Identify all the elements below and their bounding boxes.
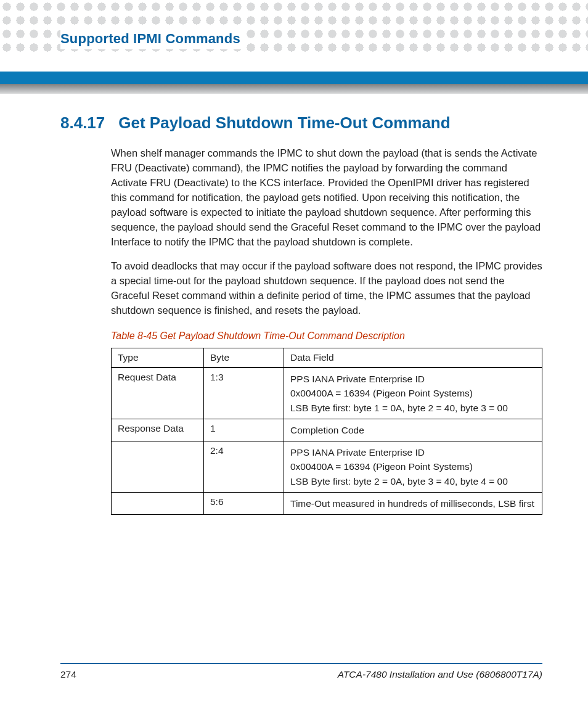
cell-byte: 1	[204, 419, 284, 441]
body-text: When shelf manager commands the IPMC to …	[111, 146, 542, 318]
page-content: 8.4.17 Get Payload Shutdown Time-Out Com…	[60, 113, 542, 515]
table-row: Request Data1:3PPS IANA Private Enterpri…	[112, 367, 542, 419]
table-caption: Table 8-45 Get Payload Shutdown Time-Out…	[111, 330, 542, 342]
table-row: 2:4PPS IANA Private Enterprise ID0x00400…	[112, 441, 542, 493]
header-gray-bar	[0, 84, 588, 94]
command-table: Type Byte Data Field Request Data1:3PPS …	[111, 348, 542, 515]
cell-type	[112, 441, 204, 493]
page-footer: 274 ATCA-7480 Installation and Use (6806…	[60, 663, 542, 680]
page-number: 274	[60, 669, 76, 680]
table-body: Request Data1:3PPS IANA Private Enterpri…	[112, 367, 542, 515]
col-header-datafield: Data Field	[284, 348, 542, 368]
section-heading: 8.4.17 Get Payload Shutdown Time-Out Com…	[60, 113, 542, 133]
table-header-row: Type Byte Data Field	[112, 348, 542, 368]
paragraph: When shelf manager commands the IPMC to …	[111, 146, 542, 249]
section-title: Get Payload Shutdown Time-Out Command	[118, 113, 450, 133]
footer-rule	[60, 663, 542, 664]
paragraph: To avoid deadlocks that may occur if the…	[111, 259, 542, 318]
doc-id: ATCA-7480 Installation and Use (6806800T…	[338, 669, 542, 680]
datafield-line: Time-Out measured in hundreds of millise…	[290, 496, 536, 511]
datafield-line: 0x00400A = 16394 (Pigeon Point Systems)	[290, 459, 536, 474]
col-header-byte: Byte	[204, 348, 284, 368]
header-blue-bar	[0, 72, 588, 84]
col-header-type: Type	[112, 348, 204, 368]
cell-datafield: Time-Out measured in hundreds of millise…	[284, 492, 542, 514]
datafield-line: Completion Code	[290, 423, 536, 437]
cell-datafield: PPS IANA Private Enterprise ID0x00400A =…	[284, 367, 542, 419]
table-row: Response Data1Completion Code	[112, 419, 542, 441]
cell-datafield: Completion Code	[284, 419, 542, 441]
cell-type: Request Data	[112, 367, 204, 419]
cell-byte: 5:6	[204, 492, 284, 514]
datafield-line: LSB Byte first: byte 1 = 0A, byte 2 = 40…	[290, 401, 536, 415]
datafield-line: PPS IANA Private Enterprise ID	[290, 372, 536, 386]
cell-byte: 1:3	[204, 367, 284, 419]
section-number: 8.4.17	[60, 113, 105, 133]
chapter-title: Supported IPMI Commands	[60, 28, 247, 49]
datafield-line: PPS IANA Private Enterprise ID	[290, 445, 536, 459]
datafield-line: LSB Byte first: byte 2 = 0A, byte 3 = 40…	[290, 474, 536, 488]
cell-type	[112, 492, 204, 514]
cell-type: Response Data	[112, 419, 204, 441]
cell-datafield: PPS IANA Private Enterprise ID0x00400A =…	[284, 441, 542, 493]
table-row: 5:6Time-Out measured in hundreds of mill…	[112, 492, 542, 514]
datafield-line: 0x00400A = 16394 (Pigeon Point Systems)	[290, 386, 536, 400]
cell-byte: 2:4	[204, 441, 284, 493]
